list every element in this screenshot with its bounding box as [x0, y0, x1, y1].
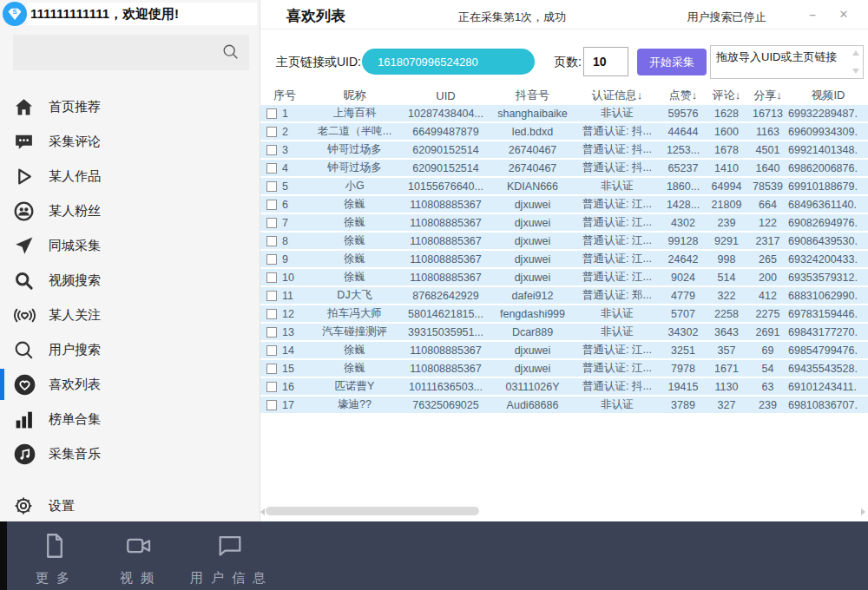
table-row[interactable]: 4 钟哥过场多 62090152514 26740467 普通认证: 抖... … — [260, 160, 868, 176]
sidebar-item-3[interactable]: 某人作品 — [0, 159, 260, 193]
sidebar-item-7[interactable]: 某人关注 — [0, 298, 260, 332]
file-icon — [40, 531, 69, 564]
column-header-2[interactable]: 昵称 — [309, 88, 400, 103]
table-row[interactable]: 5 小G 10155676640... KDIAN666 非认证 1860...… — [260, 178, 868, 194]
close-button[interactable]: ✕ — [834, 5, 853, 23]
row-checkbox[interactable] — [266, 108, 277, 119]
table-row[interactable]: 15 徐巍 110808885367 djxuwei 普通认证: 江... 79… — [260, 360, 868, 377]
row-checkbox[interactable] — [266, 272, 277, 283]
start-collect-button[interactable]: 开始采集 — [637, 49, 707, 75]
column-header-8[interactable]: 分享↓ — [747, 88, 788, 103]
scrollbar-thumb[interactable] — [266, 507, 479, 515]
sidebar-item-12[interactable]: 设置 — [0, 488, 260, 523]
scroll-up-icon[interactable] — [852, 50, 859, 56]
like-list-icon — [13, 373, 39, 397]
row-checkbox[interactable] — [266, 382, 277, 392]
row-checkbox[interactable] — [266, 400, 277, 410]
sidebar-search-input[interactable] — [13, 35, 220, 70]
column-header-3[interactable]: UID — [400, 89, 491, 102]
drop-import-box[interactable]: 拖放导入UID或主页链接 — [710, 45, 864, 79]
horizontal-scrollbar — [260, 506, 868, 517]
table-row[interactable]: 8 徐巍 110808885367 djxuwei 普通认证: 江... 991… — [260, 233, 868, 249]
row-checkbox[interactable] — [266, 254, 277, 265]
main-panel: 喜欢列表 正在采集第1次，成功 用户搜索已停止 – ✕ 主页链接或UID: 页数… — [260, 0, 868, 521]
sidebar-item-9[interactable]: 喜欢列表 — [0, 367, 260, 402]
table-row[interactable]: 16 匹诺曹Y 10111636503... 03111026Y 普通认证: 抖… — [260, 378, 868, 395]
row-checkbox[interactable] — [266, 345, 277, 356]
column-header-9[interactable]: 视频ID — [788, 88, 868, 103]
table-row[interactable]: 12 拍车冯大师 58014621815... fengdashi999 非认证… — [260, 305, 868, 322]
row-checkbox[interactable] — [266, 127, 277, 137]
sidebar-item-2[interactable]: 采集评论 — [0, 124, 260, 159]
ranking-icon — [13, 409, 39, 430]
row-checkbox[interactable] — [266, 218, 277, 228]
row-checkbox[interactable] — [266, 364, 277, 374]
column-header-5[interactable]: 认证信息↓ — [574, 88, 661, 103]
collect-status-text: 正在采集第1次，成功 — [458, 10, 566, 25]
column-header-7[interactable]: 评论↓ — [706, 88, 747, 103]
more-label: 更多 — [32, 570, 77, 587]
table-row[interactable]: 11 DJ大飞 87682642929 dafei912 普通认证: 郑... … — [260, 287, 868, 304]
app-title: 111111111111，欢迎使用! — [27, 6, 179, 23]
pages-input[interactable] — [583, 47, 628, 76]
table-row[interactable]: 7 徐巍 110808885367 djxuwei 普通认证: 江... 430… — [260, 214, 868, 231]
table-row[interactable]: 10 徐巍 110808885367 djxuwei 普通认证: 江... 90… — [260, 269, 868, 285]
user-search-icon — [13, 339, 39, 361]
sidebar-item-label: 用户搜索 — [49, 342, 101, 358]
sidebar-item-6[interactable]: 视频搜索 — [0, 263, 260, 298]
follow-heart-icon — [13, 305, 39, 326]
table-row[interactable]: 2 老二道（半吨... 66499487879 led.bdxd 普通认证: 抖… — [260, 123, 868, 140]
results-table: 序号昵称UID抖音号认证信息↓点赞↓评论↓分享↓视频ID 1 上海百科 1028… — [260, 86, 868, 415]
table-row[interactable]: 1 上海百科 10287438404... shanghaibaike 非认证 … — [260, 105, 868, 121]
user-info-label: 用户信息 — [187, 570, 273, 587]
fans-icon — [13, 200, 39, 222]
scroll-down-icon[interactable] — [852, 69, 859, 74]
video-button[interactable]: 视频 — [106, 531, 172, 587]
sidebar-item-label: 视频搜索 — [49, 272, 101, 289]
sidebar-item-label: 某人粉丝 — [49, 203, 101, 220]
row-checkbox[interactable] — [266, 145, 277, 155]
home-icon — [13, 96, 39, 118]
pages-label: 页数: — [554, 55, 582, 70]
row-checkbox[interactable] — [266, 200, 277, 210]
sidebar-item-11[interactable]: 采集音乐 — [0, 436, 260, 471]
row-checkbox[interactable] — [266, 163, 277, 174]
minimize-button[interactable]: – — [803, 5, 822, 23]
collect-controls: 主页链接或UID: 页数: 开始采集 拖放导入UID或主页链接 — [260, 30, 868, 85]
column-header-1[interactable]: 序号 — [260, 88, 309, 103]
table-row[interactable]: 14 徐巍 110808885367 djxuwei 普通认证: 江... 32… — [260, 342, 868, 358]
column-header-4[interactable]: 抖音号 — [491, 88, 574, 103]
table-row[interactable]: 13 汽车碰撞测评 39315035951... Dcar889 非认证 343… — [260, 324, 868, 340]
sidebar-item-1[interactable]: 首页推荐 — [0, 89, 260, 124]
sidebar-item-5[interactable]: 同城采集 — [0, 228, 260, 263]
sidebar-item-label: 某人作品 — [49, 168, 101, 185]
sidebar-item-8[interactable]: 用户搜索 — [0, 332, 260, 367]
play-icon — [13, 166, 39, 187]
bottom-bar-edge — [0, 521, 7, 590]
table-row[interactable]: 9 徐巍 110808885367 djxuwei 普通认证: 江... 246… — [260, 251, 868, 267]
sidebar-nav: 首页推荐 采集评论 某人作品 某人粉丝 同城采集 视频搜索 某人关注 用户搜索 … — [0, 89, 260, 523]
sidebar-item-10[interactable]: 榜单合集 — [0, 402, 260, 436]
row-checkbox[interactable] — [266, 181, 277, 192]
more-button[interactable]: 更多 — [24, 531, 85, 587]
user-info-button[interactable]: 用户信息 — [184, 531, 276, 587]
scroll-left-icon[interactable] — [260, 508, 265, 515]
comment-icon — [13, 131, 39, 153]
row-checkbox[interactable] — [266, 327, 277, 338]
sidebar: S 111111111111，欢迎使用! 首页推荐 采集评论 某人作品 某人粉丝… — [0, 0, 260, 521]
sidebar-item-4[interactable]: 某人粉丝 — [0, 193, 260, 228]
search-status-text: 用户搜索已停止 — [687, 10, 766, 25]
scroll-right-icon[interactable] — [861, 508, 865, 515]
table-row[interactable]: 3 钟哥过场多 62090152514 26740467 普通认证: 抖... … — [260, 141, 868, 158]
row-checkbox[interactable] — [266, 309, 277, 319]
row-checkbox[interactable] — [266, 291, 277, 301]
row-checkbox[interactable] — [266, 236, 277, 246]
table-row[interactable]: 6 徐巍 110808885367 djxuwei 普通认证: 江... 142… — [260, 196, 868, 213]
sidebar-item-label: 设置 — [49, 498, 75, 515]
sidebar-item-label: 某人关注 — [49, 307, 101, 324]
table-row[interactable]: 17 壕迪?? 76325069025 Audi68686 非认证 3789 3… — [260, 397, 868, 413]
column-header-6[interactable]: 点赞↓ — [661, 88, 706, 103]
search-icon[interactable] — [221, 43, 240, 65]
video-search-icon — [13, 270, 39, 292]
uid-input[interactable] — [362, 49, 535, 75]
